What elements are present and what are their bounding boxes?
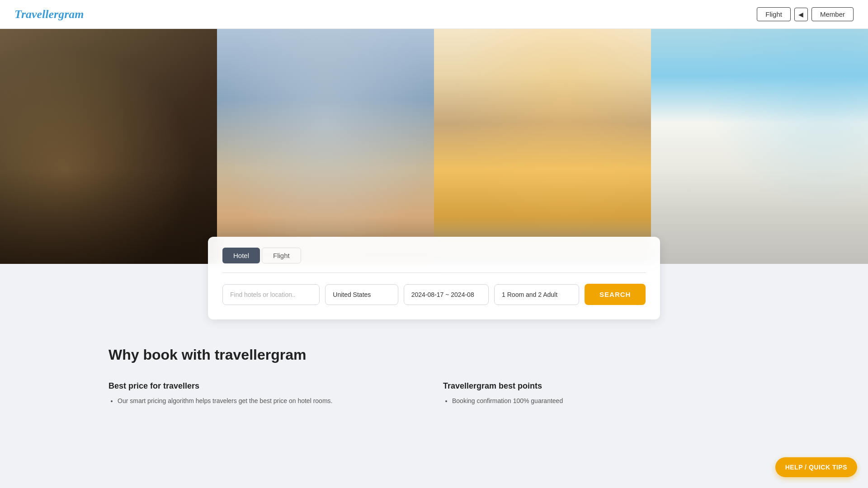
logo: Travellergram: [14, 8, 84, 21]
search-panel: Hotel Flight SEARCH: [208, 237, 660, 319]
tab-divider: [222, 272, 646, 273]
why-right-list: Booking confirmation 100% guaranteed: [443, 396, 760, 406]
search-row: SEARCH: [222, 284, 646, 305]
search-tabs: Hotel Flight: [222, 248, 646, 263]
why-left: Best price for travellers Our smart pric…: [108, 381, 425, 408]
main-content: Why book with travellergram Best price f…: [0, 319, 868, 427]
country-input[interactable]: [325, 284, 398, 305]
date-input[interactable]: [404, 284, 489, 305]
arrow-button[interactable]: ◀: [794, 8, 808, 21]
why-right: Travellergram best points Booking confir…: [443, 381, 760, 408]
why-right-heading: Travellergram best points: [443, 381, 760, 391]
member-button[interactable]: Member: [811, 7, 854, 21]
why-left-item: Our smart pricing algorithm helps travel…: [118, 396, 425, 406]
hero-image-grid: [0, 29, 868, 264]
room-adult-input[interactable]: [494, 284, 579, 305]
why-title: Why book with travellergram: [108, 347, 760, 363]
flight-button[interactable]: Flight: [757, 7, 791, 21]
why-left-heading: Best price for travellers: [108, 381, 425, 391]
header: Travellergram Flight ◀ Member: [0, 0, 868, 29]
why-right-item: Booking confirmation 100% guaranteed: [452, 396, 760, 406]
search-button[interactable]: SEARCH: [585, 284, 646, 305]
hero-image-4: [651, 29, 868, 264]
hero-image-2: [217, 29, 434, 264]
tab-flight[interactable]: Flight: [262, 248, 301, 263]
tab-hotel[interactable]: Hotel: [222, 248, 260, 263]
location-input[interactable]: [222, 284, 320, 305]
header-right: Flight ◀ Member: [757, 7, 854, 21]
why-left-list: Our smart pricing algorithm helps travel…: [108, 396, 425, 406]
hero-image-3: [434, 29, 651, 264]
hero-image-1: [0, 29, 217, 264]
why-grid: Best price for travellers Our smart pric…: [108, 381, 760, 408]
